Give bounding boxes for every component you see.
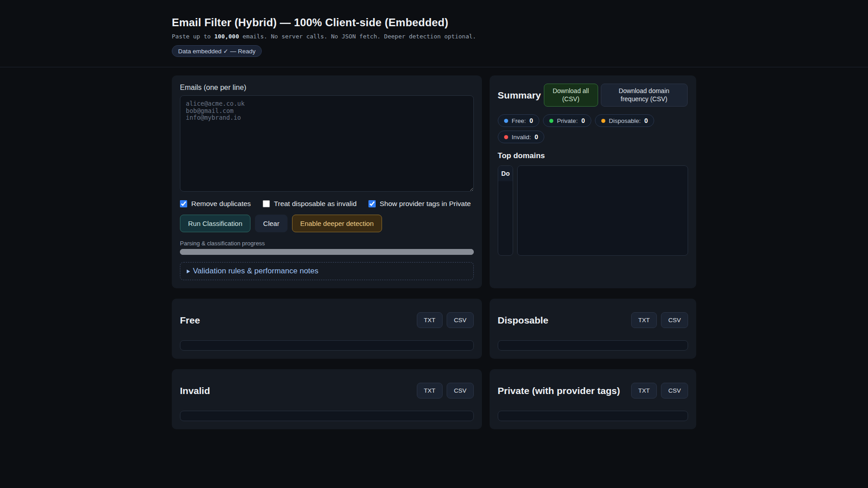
invalid-csv-button[interactable]: CSV: [447, 383, 474, 399]
clear-button[interactable]: Clear: [255, 215, 288, 232]
invalid-result-card: Invalid TXT CSV: [172, 369, 482, 429]
disposable-result-list[interactable]: [498, 340, 688, 351]
disposable-counter-value: 0: [644, 117, 648, 124]
disposable-dot-icon: [601, 119, 605, 123]
run-classification-button[interactable]: Run Classification: [180, 215, 250, 232]
free-card-title: Free: [180, 315, 417, 326]
disposable-txt-button[interactable]: TXT: [631, 312, 657, 328]
private-txt-button[interactable]: TXT: [631, 383, 657, 399]
emails-label: Emails (one per line): [180, 84, 474, 92]
show-provider-tags-checkbox-input[interactable]: [368, 200, 376, 207]
private-export-buttons: TXT CSV: [631, 383, 688, 399]
disposable-counter-label: Disposable:: [609, 117, 641, 124]
free-counter-pill: Free: 0: [498, 114, 539, 127]
private-result-list[interactable]: [498, 411, 688, 421]
top-domains-area: Do: [498, 165, 688, 256]
treat-disposable-checkbox[interactable]: Treat disposable as invalid: [263, 200, 357, 208]
subtitle-prefix: Paste up to: [172, 33, 214, 40]
free-csv-button[interactable]: CSV: [447, 312, 474, 328]
disposable-result-card: Disposable TXT CSV: [490, 299, 696, 359]
private-result-card: Private (with provider tags) TXT CSV: [490, 369, 696, 429]
free-counter-value: 0: [529, 117, 533, 124]
page-subtitle: Paste up to 100,000 emails. No server ca…: [172, 33, 696, 40]
validation-rules-details: Validation rules & performance notes: [180, 262, 474, 280]
action-buttons-row: Run Classification Clear Enable deeper d…: [180, 215, 474, 232]
private-card-title: Private (with provider tags): [498, 385, 631, 396]
page-header: Email Filter (Hybrid) — 100% Client-side…: [0, 0, 868, 67]
free-counter-label: Free:: [512, 117, 526, 124]
invalid-counter-value: 0: [535, 133, 538, 141]
summary-header: Summary Download all (CSV) Download doma…: [498, 84, 688, 107]
free-result-card: Free TXT CSV: [172, 299, 482, 359]
top-domains-list[interactable]: [517, 165, 688, 256]
download-domain-frequency-button[interactable]: Download domain frequency (CSV): [601, 84, 688, 107]
disposable-card-header: Disposable TXT CSV: [498, 312, 688, 328]
treat-disposable-label: Treat disposable as invalid: [274, 200, 357, 208]
invalid-card-title: Invalid: [180, 385, 417, 396]
top-domains-title: Top domains: [498, 151, 688, 160]
remove-duplicates-label: Remove duplicates: [191, 200, 251, 208]
counter-pills-row-2: Invalid: 0: [498, 131, 688, 143]
invalid-counter-label: Invalid:: [512, 134, 531, 141]
summary-title: Summary: [498, 90, 541, 101]
summary-card: Summary Download all (CSV) Download doma…: [490, 75, 696, 288]
treat-disposable-checkbox-input[interactable]: [263, 200, 270, 207]
free-export-buttons: TXT CSV: [417, 312, 474, 328]
free-result-list[interactable]: [180, 340, 474, 351]
progress-bar: [180, 249, 474, 255]
remove-duplicates-checkbox[interactable]: Remove duplicates: [180, 200, 251, 208]
invalid-dot-icon: [504, 135, 508, 139]
subtitle-limit: 100,000: [214, 33, 239, 40]
disposable-counter-pill: Disposable: 0: [595, 114, 654, 127]
free-txt-button[interactable]: TXT: [417, 312, 443, 328]
disposable-card-title: Disposable: [498, 315, 631, 326]
page-title: Email Filter (Hybrid) — 100% Client-side…: [172, 16, 696, 29]
show-provider-tags-label: Show provider tags in Private: [380, 200, 471, 208]
enable-deeper-detection-button[interactable]: Enable deeper detection: [292, 215, 382, 232]
show-provider-tags-checkbox[interactable]: Show provider tags in Private: [368, 200, 471, 208]
invalid-txt-button[interactable]: TXT: [417, 383, 443, 399]
top-domains-table: Do: [498, 165, 513, 256]
download-all-csv-button[interactable]: Download all (CSV): [544, 84, 598, 107]
validation-rules-summary[interactable]: Validation rules & performance notes: [187, 267, 467, 276]
main-grid: Emails (one per line) Remove duplicates …: [172, 75, 696, 447]
invalid-card-header: Invalid TXT CSV: [180, 383, 474, 399]
email-input-card: Emails (one per line) Remove duplicates …: [172, 75, 482, 288]
private-counter-value: 0: [581, 117, 585, 124]
free-dot-icon: [504, 119, 508, 123]
private-csv-button[interactable]: CSV: [661, 383, 688, 399]
invalid-result-list[interactable]: [180, 411, 474, 421]
free-card-header: Free TXT CSV: [180, 312, 474, 328]
invalid-export-buttons: TXT CSV: [417, 383, 474, 399]
counter-pills: Free: 0 Private: 0 Disposable: 0: [498, 114, 688, 143]
private-card-header: Private (with provider tags) TXT CSV: [498, 383, 688, 399]
progress-label: Parsing & classification progress: [180, 240, 474, 247]
counter-pills-row-1: Free: 0 Private: 0 Disposable: 0: [498, 114, 688, 127]
private-dot-icon: [549, 119, 553, 123]
emails-textarea[interactable]: [180, 95, 474, 192]
private-counter-label: Private:: [557, 117, 578, 124]
options-row: Remove duplicates Treat disposable as in…: [180, 200, 474, 208]
top-domains-table-header: Do: [498, 166, 513, 181]
disposable-export-buttons: TXT CSV: [631, 312, 688, 328]
disposable-csv-button[interactable]: CSV: [661, 312, 688, 328]
progress-bar-fill: [180, 249, 474, 255]
invalid-counter-pill: Invalid: 0: [498, 131, 545, 143]
private-counter-pill: Private: 0: [543, 114, 591, 127]
subtitle-suffix: emails. No server calls. No JSON fetch. …: [239, 33, 476, 40]
remove-duplicates-checkbox-input[interactable]: [180, 200, 187, 207]
status-badge: Data embedded ✓ — Ready: [172, 45, 262, 57]
